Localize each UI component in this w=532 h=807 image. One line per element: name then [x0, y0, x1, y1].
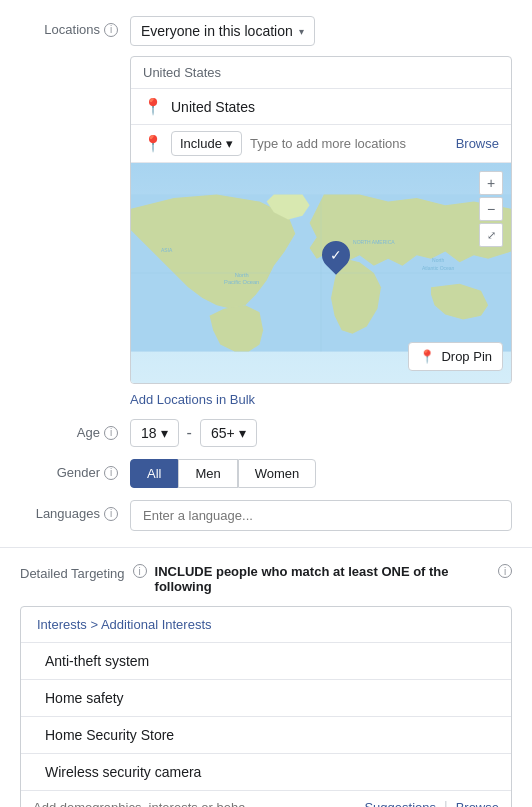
- targeting-item-2: Home Security Store: [21, 717, 511, 754]
- gender-info-icon[interactable]: i: [104, 466, 118, 480]
- age-max-chevron-icon: ▾: [239, 425, 246, 441]
- gender-label: Gender i: [20, 459, 130, 480]
- include-button[interactable]: Include ▾: [171, 131, 242, 156]
- location-search-pin-icon: 📍: [143, 134, 163, 153]
- targeting-category-link[interactable]: Interests > Additional Interests: [37, 617, 212, 632]
- map-marker: ✓: [322, 241, 350, 269]
- svg-text:NORTH AMERICA: NORTH AMERICA: [353, 239, 395, 245]
- location-search-row: 📍 Include ▾ Browse: [131, 125, 511, 163]
- targeting-item-0: Anti-theft system: [21, 643, 511, 680]
- map-container: North Pacific Ocean ASIA NORTH AMERICA N…: [131, 163, 511, 383]
- map-zoom-out-button[interactable]: −: [479, 197, 503, 221]
- age-label: Age i: [20, 419, 130, 440]
- targeting-suggestions-link[interactable]: Suggestions: [364, 800, 436, 808]
- targeting-box: Interests > Additional Interests Anti-th…: [20, 606, 512, 807]
- add-locations-bulk-link[interactable]: Add Locations in Bulk: [130, 392, 255, 407]
- targeting-divider: |: [444, 799, 448, 807]
- location-box: United States 📍 United States 📍 Include …: [130, 56, 512, 384]
- age-info-icon[interactable]: i: [104, 426, 118, 440]
- location-browse-link[interactable]: Browse: [456, 136, 499, 151]
- age-min-select[interactable]: 18 ▾: [130, 419, 179, 447]
- age-controls: 18 ▾ - 65+ ▾: [130, 419, 512, 447]
- location-item: 📍 United States: [131, 89, 511, 125]
- svg-text:North: North: [432, 257, 444, 263]
- gender-all-button[interactable]: All: [130, 459, 178, 488]
- drop-pin-button[interactable]: 📍 Drop Pin: [408, 342, 503, 371]
- detailed-targeting-section: Detailed Targeting i INCLUDE people who …: [0, 548, 532, 807]
- svg-text:ASIA: ASIA: [161, 247, 173, 253]
- map-expand-button[interactable]: ⤢: [479, 223, 503, 247]
- drop-pin-icon: 📍: [419, 349, 435, 364]
- map-zoom-in-button[interactable]: +: [479, 171, 503, 195]
- age-divider: -: [187, 424, 192, 442]
- targeting-search-row: Suggestions | Browse: [21, 791, 511, 807]
- languages-info-icon[interactable]: i: [104, 507, 118, 521]
- age-min-chevron-icon: ▾: [161, 425, 168, 441]
- targeting-browse-link[interactable]: Browse: [456, 800, 499, 808]
- targeting-label: Detailed Targeting: [20, 564, 125, 581]
- gender-men-button[interactable]: Men: [178, 459, 237, 488]
- gender-women-button[interactable]: Women: [238, 459, 317, 488]
- targeting-item-1: Home safety: [21, 680, 511, 717]
- svg-text:Pacific Ocean: Pacific Ocean: [224, 279, 259, 285]
- gender-control: All Men Women: [130, 459, 512, 488]
- location-search-input[interactable]: [250, 136, 448, 151]
- language-input[interactable]: [130, 500, 512, 531]
- locations-control: Everyone in this location ▾ United State…: [130, 16, 512, 407]
- svg-text:Atlantic Ocean: Atlantic Ocean: [422, 265, 455, 271]
- gender-buttons: All Men Women: [130, 459, 512, 488]
- include-chevron-icon: ▾: [226, 136, 233, 151]
- locations-dropdown-value: Everyone in this location: [141, 23, 293, 39]
- targeting-category: Interests > Additional Interests: [21, 607, 511, 643]
- targeting-search-input[interactable]: [33, 800, 356, 808]
- languages-control: [130, 500, 512, 531]
- chevron-down-icon: ▾: [299, 26, 304, 37]
- svg-text:North: North: [235, 272, 249, 278]
- targeting-info-icon[interactable]: i: [133, 564, 147, 578]
- age-max-select[interactable]: 65+ ▾: [200, 419, 257, 447]
- location-header: United States: [131, 57, 511, 89]
- targeting-title: INCLUDE people who match at least ONE of…: [155, 564, 490, 594]
- targeting-item-3: Wireless security camera: [21, 754, 511, 791]
- targeting-title-info-icon[interactable]: i: [498, 564, 512, 578]
- map-controls: + − ⤢: [479, 171, 503, 247]
- age-control: 18 ▾ - 65+ ▾: [130, 419, 512, 447]
- targeting-actions: Suggestions | Browse: [364, 799, 499, 807]
- locations-dropdown[interactable]: Everyone in this location ▾: [130, 16, 315, 46]
- languages-label: Languages i: [20, 500, 130, 521]
- location-name: United States: [171, 99, 255, 115]
- locations-info-icon[interactable]: i: [104, 23, 118, 37]
- locations-label: Locations i: [20, 16, 130, 37]
- location-marker-icon: ✓: [316, 235, 356, 275]
- location-pin-icon: 📍: [143, 97, 163, 116]
- targeting-header: Detailed Targeting i INCLUDE people who …: [20, 564, 512, 594]
